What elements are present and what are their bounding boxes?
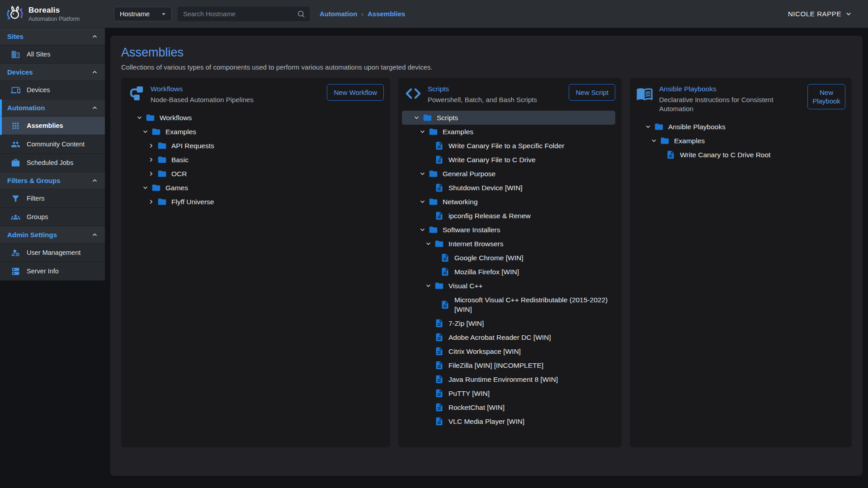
breadcrumb-item-assemblies[interactable]: Assemblies [368, 10, 405, 18]
tree-folder-ocr[interactable]: OCR [136, 167, 384, 181]
card-scripts: ScriptsPowershell, Batch, and Bash Scrip… [398, 78, 622, 447]
chevron-right-icon[interactable] [147, 197, 157, 206]
tree-folder-general-purpose[interactable]: General Purpose [413, 167, 615, 181]
chevron-down-icon[interactable] [419, 169, 429, 178]
chevron-right-icon[interactable] [147, 169, 157, 178]
tree-item-label: VLC Media Player [WIN] [448, 417, 524, 426]
sidebar-item-scheduled-jobs[interactable]: Scheduled Jobs [0, 154, 105, 172]
chevron-down-icon[interactable] [425, 282, 434, 291]
tree-folder-scripts[interactable]: Scripts [402, 111, 615, 125]
chevron-down-icon[interactable] [650, 136, 660, 145]
sidebar-section-label: Sites [7, 33, 24, 40]
sidebar-item-all-sites[interactable]: All Sites [0, 45, 105, 64]
tree-folder-flyff-universe[interactable]: Flyff Universe [136, 195, 384, 209]
tree-file-putty-win[interactable]: PuTTY [WIN] [413, 386, 615, 400]
chevron-down-icon[interactable] [413, 113, 423, 122]
tree-file-google-chrome-win[interactable]: Google Chrome [WIN] [413, 251, 615, 265]
tree-item-label: Google Chrome [WIN] [454, 253, 523, 263]
chevron-down-icon[interactable] [142, 127, 151, 136]
sidebar-item-user-management[interactable]: User Management [0, 244, 105, 262]
sidebar-item-label: Community Content [27, 141, 85, 148]
indent-spacer [430, 300, 440, 309]
sidebar-section-sites: SitesAll Sites [0, 28, 105, 64]
tree-folder-examples[interactable]: Examples [413, 125, 615, 139]
indent-spacer [425, 417, 434, 426]
chevron-down-icon[interactable] [142, 183, 151, 192]
chevron-right-icon[interactable] [147, 155, 157, 164]
tree-file-mozilla-firefox-win[interactable]: Mozilla Firefox [WIN] [413, 265, 615, 279]
sidebar-item-groups[interactable]: Groups [0, 208, 105, 226]
tree-folder-workflows[interactable]: Workflows [136, 111, 384, 125]
chevron-down-icon[interactable] [136, 113, 146, 122]
tree-item-label: Write Canary File to a Specific Folder [448, 141, 564, 150]
tree-file-write-canary-to-c-drive-root[interactable]: Write Canary to C Drive Root [644, 148, 845, 162]
tree-file-7-zip-win[interactable]: 7-Zip [WIN] [413, 316, 615, 330]
chevron-down-icon[interactable] [419, 127, 429, 136]
sidebar-section-header-automation[interactable]: Automation [0, 99, 105, 117]
sidebar-item-assemblies[interactable]: Assemblies [0, 117, 105, 135]
code-icon [405, 85, 422, 102]
file-icon [434, 333, 444, 342]
tree-folder-examples[interactable]: Examples [644, 134, 845, 148]
sidebar-section-header-admin-settings[interactable]: Admin Settings [0, 226, 105, 244]
sidebar-section-header-filters-groups[interactable]: Filters & Groups [0, 172, 105, 189]
tree-folder-internet-browsers[interactable]: Internet Browsers [413, 237, 615, 251]
tree-item-label: Internet Browsers [448, 239, 503, 249]
tree-file-java-runtime-environment-8-win[interactable]: Java Runtime Environment 8 [WIN] [413, 372, 615, 386]
indent-spacer [430, 267, 440, 277]
tree-file-microsoft-visual-c-redistributable-2015-2022-win[interactable]: Microsoft Visual C++ Redistributable (20… [413, 293, 615, 316]
new-workflow-button[interactable]: New Workflow [327, 84, 384, 101]
tree-folder-basic[interactable]: Basic [136, 153, 384, 167]
user-menu[interactable]: NICOLE RAPPE [788, 10, 853, 18]
breadcrumb-item-automation[interactable]: Automation [320, 10, 357, 18]
sidebar-item-devices[interactable]: Devices [0, 81, 105, 99]
tree-file-write-canary-file-to-c-drive[interactable]: Write Canary File to C Drive [413, 153, 615, 167]
new-script-button[interactable]: New Script [569, 84, 615, 101]
sidebar-item-filters[interactable]: Filters [0, 189, 105, 208]
search-box[interactable] [178, 7, 310, 21]
tree-folder-examples[interactable]: Examples [136, 125, 384, 139]
tree-folder-software-installers[interactable]: Software Installers [413, 223, 615, 237]
file-icon [434, 375, 444, 384]
tree-file-write-canary-file-to-a-specific-folder[interactable]: Write Canary File to a Specific Folder [413, 139, 615, 153]
tree-folder-ansible-playbooks[interactable]: Ansible Playbooks [644, 120, 845, 134]
tree-file-shutdown-device-win[interactable]: Shutdown Device [WIN] [413, 181, 615, 195]
tree-item-label: Ansible Playbooks [668, 122, 726, 131]
tree-file-citrix-workspace-win[interactable]: Citrix Workspace [WIN] [413, 344, 615, 358]
tree-folder-visual-c[interactable]: Visual C++ [413, 279, 615, 293]
tree-file-rocketchat-win[interactable]: RocketChat [WIN] [413, 400, 615, 414]
tree-item-label: Basic [171, 155, 189, 164]
sidebar-section-header-sites[interactable]: Sites [0, 28, 105, 45]
chevron-down-icon[interactable] [425, 239, 434, 249]
tree-file-vlc-media-player-win[interactable]: VLC Media Player [WIN] [413, 414, 615, 428]
sidebar-item-server-info[interactable]: Server Info [0, 262, 105, 281]
sidebar-section-header-devices[interactable]: Devices [0, 64, 105, 81]
chevron-right-icon[interactable] [147, 141, 157, 150]
tree-folder-api-requests[interactable]: API Requests [136, 139, 384, 153]
chevron-down-icon[interactable] [644, 122, 654, 131]
card-subtitle: Node-Based Automation Pipelines [151, 95, 321, 104]
search-icon[interactable] [297, 9, 306, 19]
hostname-select[interactable]: Hostname [114, 7, 172, 21]
tree-folder-networking[interactable]: Networking [413, 195, 615, 209]
sidebar-item-community-content[interactable]: Community Content [0, 135, 105, 154]
grid-icon [11, 121, 20, 131]
new-playbook-button[interactable]: New Playbook [807, 84, 845, 109]
folder-icon [429, 197, 439, 206]
tree-file-ipconfig-release-renew[interactable]: ipconfig Release & Renew [413, 209, 615, 223]
tree-folder-games[interactable]: Games [136, 181, 384, 195]
brand-name: Borealis [28, 6, 80, 15]
sidebar-section-label: Devices [7, 68, 33, 76]
indent-spacer [425, 183, 434, 192]
chevron-down-icon[interactable] [419, 197, 429, 206]
card-title: Scripts [428, 85, 563, 93]
indent-spacer [425, 141, 434, 150]
tree-item-label: Examples [165, 127, 196, 136]
page-description: Collections of various types of componen… [121, 63, 852, 71]
tree-file-filezilla-win-incomplete[interactable]: FileZilla [WIN] [INCOMPLETE] [413, 358, 615, 372]
chevron-down-icon[interactable] [419, 225, 429, 235]
search-input[interactable] [178, 7, 310, 21]
file-icon [440, 267, 450, 277]
tree-file-adobe-acrobat-reader-dc-win[interactable]: Adobe Acrobat Reader DC [WIN] [413, 330, 615, 344]
tree-item-label: Examples [674, 136, 705, 145]
